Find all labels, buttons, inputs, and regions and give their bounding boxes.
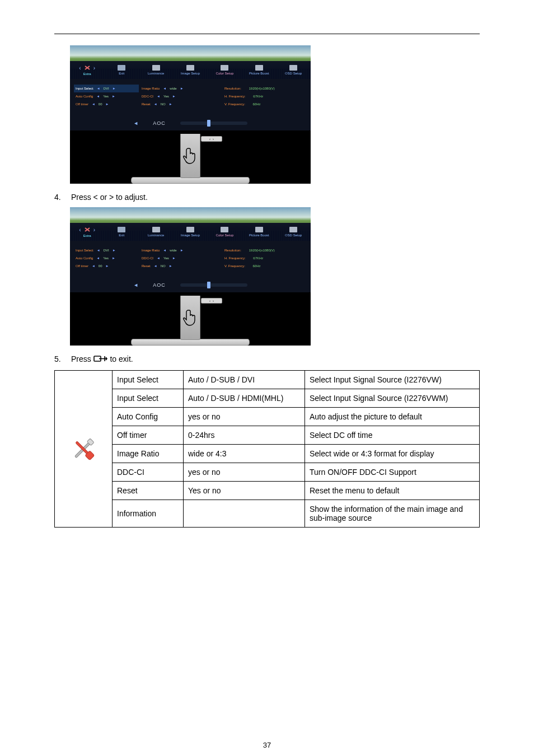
- osd-tab-exit: Exit: [104, 61, 138, 79]
- osd-info-label: Resolution:: [224, 87, 241, 90]
- osd-item-value: 00: [99, 264, 102, 268]
- option-desc: Select Input Signal Source (I2276VW): [305, 371, 480, 389]
- table-row: Input Select Auto / D-SUB / DVI Select I…: [55, 371, 480, 389]
- option-desc: Select wide or 4:3 format for display: [305, 445, 480, 463]
- osd-tab-luminance: Luminance: [139, 61, 173, 79]
- osd-info-value: 67KHz: [253, 256, 263, 260]
- osd-item-label: Off timer: [76, 264, 88, 268]
- osd-tab-label: Exit: [119, 234, 124, 237]
- option-range: Yes or no: [184, 482, 305, 500]
- tools-icon: [59, 435, 107, 464]
- osd-tab-exit: Exit: [104, 223, 138, 241]
- option-range: [184, 500, 305, 528]
- osd-tab-label: Exit: [119, 72, 124, 75]
- osd-item-value: Yes: [103, 256, 109, 260]
- osd-tab-label: Picture Boost: [249, 234, 269, 237]
- osd-item-value: DVI: [104, 249, 109, 252]
- osd-item-label: Input Select: [76, 249, 93, 252]
- step-4: 4. Press < or > to adjust.: [54, 193, 480, 202]
- header-rule: [54, 34, 480, 34]
- option-range: yes or no: [184, 408, 305, 426]
- table-row: InformationShow the information of the m…: [55, 500, 480, 528]
- option-desc: Turn ON/OFF DDC-CI Support: [305, 463, 480, 482]
- step-number: 4.: [54, 193, 69, 202]
- option-name: Off timer: [113, 426, 184, 445]
- osd-slider: [180, 122, 247, 125]
- option-name: Reset: [113, 482, 184, 500]
- osd-info-value: 1920(H)x1080(V): [249, 249, 275, 252]
- osd-tab-osd-setup: OSD Setup: [277, 223, 311, 241]
- options-table: Input Select Auto / D-SUB / DVI Select I…: [54, 370, 480, 528]
- osd-slider: [180, 283, 247, 287]
- osd-tab-color-setup: Color Setup: [208, 61, 242, 79]
- osd-info-value: 67KHz: [253, 95, 263, 98]
- option-range: wide or 4:3: [184, 445, 305, 463]
- osd-info-value: 1920(H)x1080(V): [249, 87, 275, 90]
- osd-tab-label: Image Setup: [181, 72, 200, 75]
- monitor-buttons: ‹›: [201, 298, 222, 304]
- osd-brand: AOC: [153, 282, 166, 288]
- osd-tab-label: Picture Boost: [249, 72, 269, 75]
- page-number: 37: [43, 741, 491, 749]
- osd-tab-color-setup: Color Setup: [208, 223, 242, 241]
- option-desc: Reset the menu to default: [305, 482, 480, 500]
- table-row: Auto Configyes or noAuto adjust the pict…: [55, 408, 480, 426]
- option-name: DDC-CI: [113, 463, 184, 482]
- osd-info-label: V. Frequency:: [224, 264, 245, 268]
- osd-item-label: Auto Config: [76, 256, 93, 260]
- option-desc: Select DC off time: [305, 426, 480, 445]
- osd-item-value: NO: [161, 264, 166, 268]
- step-text-pre: Press: [71, 354, 93, 363]
- osd-tab-luminance: Luminance: [139, 223, 173, 241]
- osd-info-value: 60Hz: [252, 102, 260, 106]
- osd-item-value: Yes: [103, 95, 109, 98]
- option-desc: Select Input Signal Source (I2276VWM): [305, 389, 480, 408]
- table-row: DDC-CIyes or noTurn ON/OFF DDC-CI Suppor…: [55, 463, 480, 482]
- option-range: Auto / D-SUB / DVI: [184, 371, 305, 389]
- osd-info-value: 60Hz: [252, 264, 260, 268]
- option-name: Image Ratio: [113, 445, 184, 463]
- monitor-buttons: ‹›: [201, 136, 222, 142]
- osd-tab-picture-boost: Picture Boost: [242, 223, 276, 241]
- option-name: Auto Config: [113, 408, 184, 426]
- osd-tab-label: OSD Setup: [285, 72, 302, 75]
- option-desc: Show the information of the main image a…: [305, 500, 480, 528]
- osd-item-value: Yes: [163, 256, 169, 260]
- step-5: 5. Press to exit.: [54, 354, 480, 363]
- osd-tab-label: Color Setup: [216, 72, 234, 75]
- osd-screenshot-1: ‹ › Extra Exit Luminance Image Setup Col…: [70, 45, 311, 184]
- option-range: yes or no: [184, 463, 305, 482]
- osd-item-value: NO: [161, 102, 166, 106]
- osd-tab-label: Color Setup: [216, 234, 234, 237]
- osd-tab-nav: ‹ › Extra: [70, 61, 104, 79]
- osd-item-label: Image Ratio: [142, 87, 160, 90]
- osd-item-value: 00: [99, 102, 102, 106]
- step-text: Press < or > to adjust.: [71, 193, 148, 202]
- option-range: 0-24hrs: [184, 426, 305, 445]
- osd-tab-image-setup: Image Setup: [173, 61, 207, 79]
- osd-tab-label: Extra: [83, 72, 91, 76]
- osd-item-label: DDC-CI: [142, 256, 153, 260]
- osd-item-label: DDC-CI: [142, 95, 153, 98]
- osd-tab-label: Image Setup: [181, 234, 200, 237]
- option-desc: Auto adjust the picture to default: [305, 408, 480, 426]
- osd-info-label: V. Frequency:: [224, 102, 245, 106]
- osd-tab-osd-setup: OSD Setup: [277, 61, 311, 79]
- osd-tab-image-setup: Image Setup: [173, 223, 207, 241]
- step-text-post: to exit.: [110, 354, 133, 363]
- osd-tab-nav: ‹ › Extra: [70, 223, 104, 241]
- option-name: Input Select: [113, 389, 184, 408]
- osd-info-label: H. Frequency:: [224, 256, 246, 260]
- osd-item-value: wide: [170, 249, 176, 252]
- osd-tab-label: Luminance: [148, 234, 164, 237]
- osd-item-label: Reset: [142, 264, 151, 268]
- osd-screenshot-2: ‹ › Extra Exit Luminance Image Setup Col…: [70, 207, 311, 346]
- osd-info-label: H. Frequency:: [224, 95, 246, 98]
- osd-item-label: Image Ratio: [142, 249, 160, 252]
- osd-tab-label: Luminance: [148, 72, 164, 75]
- osd-item-label: Auto Config: [76, 95, 93, 98]
- osd-item-value: DVI: [104, 87, 109, 90]
- osd-item-value: wide: [170, 87, 176, 90]
- option-name: Information: [113, 500, 184, 528]
- osd-item-label: Input Select: [76, 87, 93, 90]
